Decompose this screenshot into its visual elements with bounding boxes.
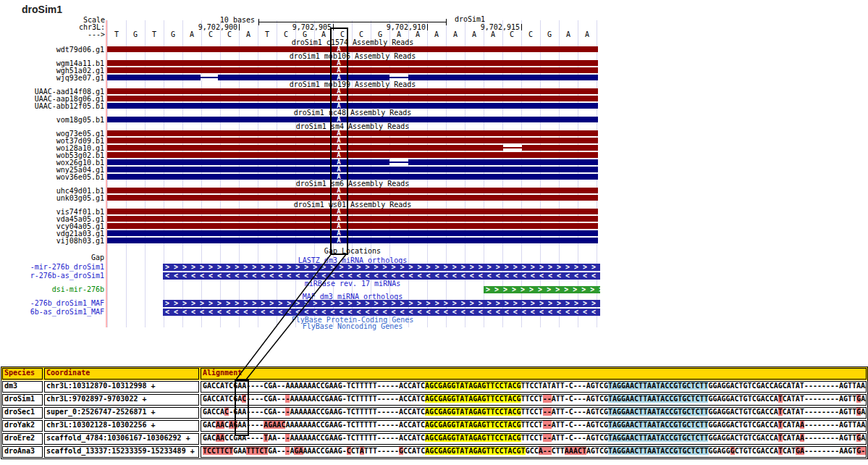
alignment-segment: AGAAC	[264, 421, 285, 429]
base-letter: A	[578, 31, 597, 38]
alignment-segment: TAGGAACTTAATACCGTGCTCTT	[608, 447, 708, 455]
alignment-segment: AAA	[861, 408, 867, 416]
alignment-table-row: droSec1super_0:2526747-2526871 +GACCAC-G…	[1, 406, 867, 419]
read-label[interactable]: wov36e05.b1	[0, 174, 104, 181]
alignment-segment: CT	[351, 447, 360, 455]
alignment-segment: AAA	[861, 434, 867, 442]
alignment-segment: TCCTTCT	[203, 447, 233, 455]
read-label[interactable]: wjq93e07.g1	[0, 75, 104, 82]
read-bar[interactable]	[107, 238, 598, 243]
track-title[interactable]: FlyBase Noncoding Genes	[107, 323, 598, 330]
read-bar[interactable]	[107, 46, 598, 52]
alignment-segment: GAC	[203, 421, 216, 429]
read-bar[interactable]	[107, 67, 598, 73]
read-bar[interactable]	[107, 223, 598, 229]
read-bar[interactable]	[107, 188, 598, 193]
read-gap	[389, 159, 408, 165]
read-bar[interactable]	[107, 195, 598, 201]
read-bar[interactable]	[107, 159, 598, 165]
gap-track-label[interactable]: Gap	[0, 254, 104, 261]
base-letter: T	[107, 31, 126, 38]
alignment-segment: G---	[856, 447, 867, 455]
alignment-segment: GGAGGACTGTCGACCA	[708, 395, 778, 403]
alignment-segment: GA	[294, 447, 303, 455]
mirna-bar[interactable]: >>>>>>>>>>>>>>>>>>>>>>>>>>>>>>>>>>>>>>>>…	[163, 300, 600, 307]
track-title[interactable]: droSim1 sm6 Assembly Reads	[107, 180, 598, 188]
read-bar[interactable]	[107, 75, 598, 80]
read-bar[interactable]	[107, 145, 598, 151]
alignment-segment: --	[543, 434, 552, 442]
coordinate-cell: chr3L:9702897-9703022 +	[44, 394, 199, 406]
species-column-header: Species	[2, 368, 43, 380]
base-letter: A	[465, 31, 484, 38]
alignment-segment: --	[543, 408, 552, 416]
track-title[interactable]: droSim1 nc48 Assembly Reads	[107, 109, 598, 117]
alignment-segment: CATAT--------AGTT	[783, 408, 856, 416]
mirna-track-label[interactable]: 6b-as_droSim1_MAF	[0, 309, 104, 316]
mirna-bar[interactable]: <<<<<<<<<<<<<<<<<<<<<<<<<<<<<<<<<<<<<<<<…	[163, 309, 600, 316]
read-bar[interactable]	[107, 138, 598, 143]
alignment-segment: AA	[216, 434, 224, 442]
alignment-segment: TTCCT	[521, 408, 543, 416]
read-gap-line	[503, 147, 522, 148]
mirna-track-label[interactable]: dsi-mir-276b	[0, 286, 104, 293]
track-title[interactable]: Gap Locations	[107, 248, 598, 255]
read-bar[interactable]	[107, 96, 598, 101]
mirna-track-label[interactable]: r-276b-as_droSim1	[0, 272, 104, 280]
species-cell: droYak2	[2, 420, 43, 432]
track-title[interactable]: droSim1 c1574 Assembly Reads	[107, 39, 598, 46]
alignment-sequence-cell: GACCAC-GAA----CGA---AAAAAACCGAAG-TCTTTTT…	[201, 407, 867, 419]
alignment-table: SpeciesCoordinateAlignmentdm3chr3L:10312…	[1, 366, 868, 459]
mirna-track-label[interactable]: -mir-276b_droSim1	[0, 264, 104, 271]
read-bar[interactable]	[107, 174, 598, 180]
mirna-bar[interactable]: >>>>>>>>>>>>>>>>>>>>>>>>>>>>>>>>>>>>>>>>…	[163, 264, 600, 271]
coordinate-cell: scaffold_4784:10306167-10306292 +	[44, 433, 199, 445]
ruler-position-tick	[239, 24, 240, 30]
base-letter: G	[295, 31, 314, 38]
alignment-segment: GA--	[268, 447, 285, 455]
track-title[interactable]: droSim1 mob106 Assembly Reads	[107, 53, 598, 60]
read-bar[interactable]	[107, 60, 598, 66]
alignment-segment: AAAAAAACCGAAG-TCTTTTT-----ACCATC	[285, 421, 425, 429]
base-letter: C	[502, 31, 521, 38]
alignment-segment: GGAGGACTGTCGACCA	[708, 421, 778, 429]
alignment-segment: AGCGAGGTATAGAGTTCCTACG	[425, 434, 521, 442]
track-title[interactable]: droSim1 ws01 Assembly Reads	[107, 201, 598, 209]
alignment-segment: AAACCGAAG-	[303, 447, 347, 455]
species-cell: droAna3	[2, 446, 43, 458]
read-bar[interactable]	[107, 88, 598, 94]
base-letter: G	[126, 31, 145, 38]
read-label[interactable]: UAAC-abb12f05.b1	[0, 103, 104, 110]
read-label[interactable]: wdt79d06.g1	[0, 46, 104, 54]
read-bar[interactable]	[107, 167, 598, 172]
read-gap-line	[201, 77, 218, 78]
read-bar[interactable]	[107, 130, 598, 136]
alignment-table-row: droSim1chr3L:9702897-9703022 +GACCATCGAC…	[1, 393, 867, 406]
mirna-track-label[interactable]: -276b_droSim1_MAF	[0, 300, 104, 307]
read-label[interactable]: vom18g05.b1	[0, 117, 104, 124]
alignment-segment: AGCGAGGTATAGAGTTCCTACGT	[425, 447, 525, 455]
read-bar[interactable]	[107, 230, 598, 236]
mirna-bar[interactable]: <<<<<<<<<<<<<<<<<<<<<<<<<<<<<<<<<<<<<<<<…	[163, 272, 600, 280]
alignment-segment: AAA	[861, 395, 867, 403]
alignment-segment: AGCGAGGTATAGAGTTCCTACG	[425, 395, 521, 403]
mirna-bar[interactable]: >>>>>>>>>>>>>>>>>>>>>>>>>>>>>>>>>>>>>>>>…	[484, 286, 600, 293]
read-bar[interactable]	[107, 152, 598, 158]
alignment-segment: CAT	[783, 447, 796, 455]
track-title[interactable]: droSim1 sm4 Assembly Reads	[107, 123, 598, 130]
read-gap	[503, 145, 522, 151]
read-bar[interactable]	[107, 117, 598, 122]
alignment-segment: ----CGA--	[246, 395, 285, 403]
base-letter: T	[145, 31, 164, 38]
alignment-segment: --------AGTTAAAA	[804, 421, 867, 429]
track-title[interactable]: droSim1 mob199 Assembly Reads	[107, 81, 598, 88]
read-bar[interactable]	[107, 216, 598, 222]
alignment-segment: CCATC	[403, 447, 425, 455]
alignment-segment: ATT-C---AGTCG	[552, 434, 608, 442]
read-label[interactable]: unk03g05.g1	[0, 195, 104, 202]
alignment-segment: CTGTCGACCA	[735, 447, 778, 455]
alignment-segment: CATA	[783, 434, 800, 442]
read-label[interactable]: vij08h03.g1	[0, 238, 104, 245]
read-bar[interactable]	[107, 103, 598, 109]
read-bar[interactable]	[107, 209, 598, 214]
